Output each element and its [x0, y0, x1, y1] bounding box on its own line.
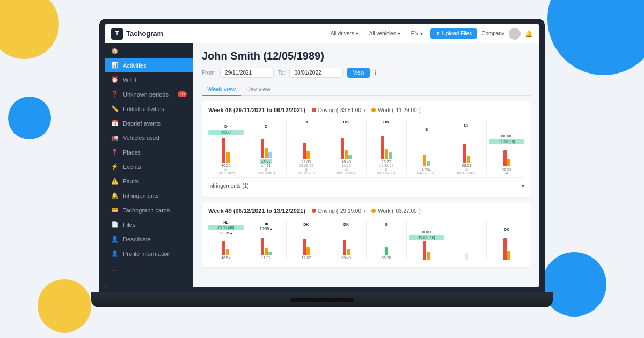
tab-week-view[interactable]: Week view — [202, 83, 241, 96]
tab-day-view[interactable]: Day view — [241, 83, 276, 96]
topbar-logo: T Tachogram — [111, 28, 163, 40]
bar — [303, 239, 306, 255]
label: DK — [264, 222, 269, 226]
expand-icon: ▾ — [522, 183, 524, 189]
day-7-date: 05/12/2021 — [457, 171, 476, 175]
content-area: John Smith (12/05/1989) From: To: View ℹ… — [193, 43, 539, 287]
chevron-down-icon: ▾ — [356, 31, 358, 36]
bar — [427, 252, 430, 260]
driving-label: Driving ( — [318, 107, 338, 113]
day-49-3: DK 17:07 — [289, 223, 324, 260]
tabs-row: Week view Day view — [202, 83, 531, 96]
day-4-bars — [328, 132, 364, 159]
day-1-cyan: 45:00 — [208, 130, 244, 135]
week-48-card: Week 48 (29/11/2021 to 06/12/2021) Drivi… — [202, 101, 531, 197]
infringements-label: Infringements (1) — [208, 183, 249, 189]
screen-inner: T Tachogram All drivers ▾ All vehicles ▾ — [105, 24, 539, 287]
bar — [503, 238, 507, 260]
all-vehicles-dropdown[interactable]: All vehicles ▾ — [366, 29, 404, 38]
sidebar-item-files[interactable]: 📄 Files — [105, 217, 193, 232]
day-4-time: 18:45 — [341, 160, 351, 164]
sublabel: 10:39 ● — [260, 227, 273, 231]
question-icon: ❓ — [111, 91, 119, 98]
upload-icon: ⬆ — [436, 31, 440, 36]
infringements-row[interactable]: Infringements (1) ▾ — [208, 180, 524, 192]
day-49-4: DK 09:48 — [328, 223, 364, 260]
sidebar-item-events[interactable]: ⚡ Events — [105, 159, 193, 174]
info-icon: ℹ — [374, 69, 377, 77]
driving-dot — [312, 108, 316, 112]
sidebar-item-faults[interactable]: ⚠️ Faults — [105, 174, 193, 188]
bar — [306, 247, 310, 255]
day-49-7 — [449, 231, 485, 260]
divider — [286, 221, 287, 260]
sidebar-item-places[interactable]: 📍 Places — [105, 145, 193, 159]
sidebar-item-edited[interactable]: ✏️ Edited activities — [105, 101, 193, 116]
sidebar-item-unknown[interactable]: ❓ Unknown periods 10 — [105, 87, 193, 101]
day-3-time: 22:03 — [302, 160, 311, 164]
clock-icon: ⏰ — [111, 76, 119, 83]
chevron-down-icon: ▾ — [420, 31, 423, 36]
bar — [348, 155, 352, 159]
day-49-1: NL 45:00 [48] 11:05 ● 46:54 — [208, 221, 244, 260]
week-49-title: Week 49 (06/12/2021 to 13/12/2021) — [208, 208, 305, 214]
bar — [467, 156, 470, 163]
day-col-6: S 17:41 04/12/2021 — [409, 127, 444, 175]
day-col-5: DK 13:22 10:38:29 ⛴ 03/12/2 — [369, 120, 404, 175]
laptop: T Tachogram All drivers ▾ All vehicles ▾ — [91, 19, 553, 319]
from-date-input[interactable] — [220, 68, 274, 78]
sidebar-item-profile[interactable]: 👤 Profile information — [105, 246, 193, 261]
bell-icon: 🔔 — [111, 192, 119, 199]
bar — [261, 139, 264, 158]
sidebar-item-home[interactable]: 🏠 — [105, 43, 193, 58]
week-49-card: Week 49 (06/12/2021 to 13/12/2021) Drivi… — [202, 202, 531, 267]
topbar-controls: All drivers ▾ All vehicles ▾ EN ▾ ⬆ — [327, 28, 533, 40]
week-49-header: Week 49 (06/12/2021 to 13/12/2021) Drivi… — [208, 208, 524, 214]
sidebar-item-vehicles[interactable]: 🚛 Vehicles used — [105, 130, 193, 145]
bar — [389, 152, 392, 159]
day-8-bars — [489, 145, 524, 166]
cyan: 45:00 [48] — [409, 235, 444, 240]
day-5-time: 13:22 — [382, 160, 391, 164]
day-1-label: D — [224, 124, 228, 129]
day-4-icons: ⛴ — [345, 167, 348, 171]
day-8-label: NL NL — [501, 134, 512, 138]
view-button[interactable]: View — [347, 68, 370, 78]
bars — [385, 231, 388, 255]
filter-row: From: To: View ℹ — [202, 68, 531, 78]
bar — [347, 249, 350, 255]
to-date-input[interactable] — [289, 68, 343, 78]
day-49-8: DK — [489, 227, 524, 260]
day-7-icons: ⛴ — [465, 167, 469, 171]
day-col-4: DK 18:45 12:25 ⛴ 02/12/2021 — [328, 120, 364, 175]
bar — [385, 149, 388, 159]
bell-icon[interactable]: 🔔 — [525, 30, 533, 38]
work-legend-2: Work (03:27:00) — [371, 208, 421, 214]
bar — [343, 240, 346, 255]
sidebar-item-wtd[interactable]: ⏰ WTD — [105, 72, 193, 87]
sidebar-more[interactable]: ··· — [105, 261, 193, 281]
sidebar-item-deactivate[interactable]: 👤 Deactivate — [105, 232, 193, 246]
bars — [343, 231, 350, 255]
profile-icon: 👤 — [111, 250, 119, 257]
sidebar-item-tachograph[interactable]: 💳 Tachograph cards — [105, 203, 193, 217]
user-icon: 👤 — [111, 236, 119, 243]
bar — [268, 252, 272, 255]
to-label: To: — [278, 70, 285, 76]
divider — [406, 221, 407, 260]
bars — [465, 236, 468, 260]
day-1-date: 29/11/2021 — [216, 171, 235, 175]
upload-files-button[interactable]: ⬆ Upload Files — [430, 28, 478, 39]
sidebar-item-debrief[interactable]: 📅 Debrief events — [105, 116, 193, 130]
label: G — [385, 223, 387, 226]
day-8-cyan: 45:00 [48] — [489, 139, 524, 144]
label: D DH — [422, 230, 431, 234]
divider — [366, 221, 367, 260]
day-4-sub: 12:25 — [341, 164, 351, 167]
week-48-header: Week 48 (29/11/2021 to 06/12/2021) Drivi… — [208, 107, 524, 113]
work-dot-2 — [371, 209, 376, 213]
sidebar-item-infringements[interactable]: 🔔 Infringements — [105, 188, 193, 203]
all-drivers-dropdown[interactable]: All drivers ▾ — [327, 29, 362, 38]
sidebar-item-activities[interactable]: 📊 Activities — [105, 58, 193, 72]
language-dropdown[interactable]: EN ▾ — [408, 29, 426, 38]
